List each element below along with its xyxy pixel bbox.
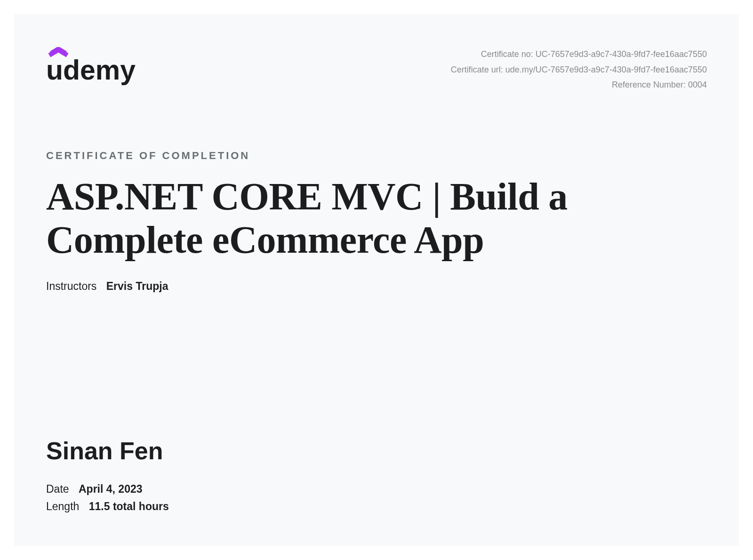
date-value: April 4, 2023 [79,483,143,495]
certificate-header: udemy Certificate no: UC-7657e9d3-a9c7-4… [46,47,707,93]
instructors-row: Instructors Ervis Trupja [46,280,707,293]
date-row: Date April 4, 2023 [46,483,707,496]
certificate-url: Certificate url: ude.my/UC-7657e9d3-a9c7… [451,63,707,77]
svg-text:udemy: udemy [46,55,136,85]
recipient-name: Sinan Fen [46,437,707,465]
length-value: 11.5 total hours [89,500,169,512]
spacer [46,312,707,437]
date-label: Date [46,483,69,495]
section-title: CERTIFICATE OF COMPLETION [46,150,707,162]
reference-number: Reference Number: 0004 [451,78,707,92]
length-label: Length [46,500,79,512]
instructors-label: Instructors [46,280,96,292]
udemy-logo: udemy [46,47,168,92]
instructors-name: Ervis Trupja [106,280,168,292]
certificate-container: udemy Certificate no: UC-7657e9d3-a9c7-4… [14,14,739,546]
length-row: Length 11.5 total hours [46,500,707,513]
course-title: ASP.NET CORE MVC | Build a Complete eCom… [46,175,707,262]
certificate-number: Certificate no: UC-7657e9d3-a9c7-430a-9f… [451,47,707,62]
certificate-meta: Certificate no: UC-7657e9d3-a9c7-430a-9f… [451,47,707,93]
